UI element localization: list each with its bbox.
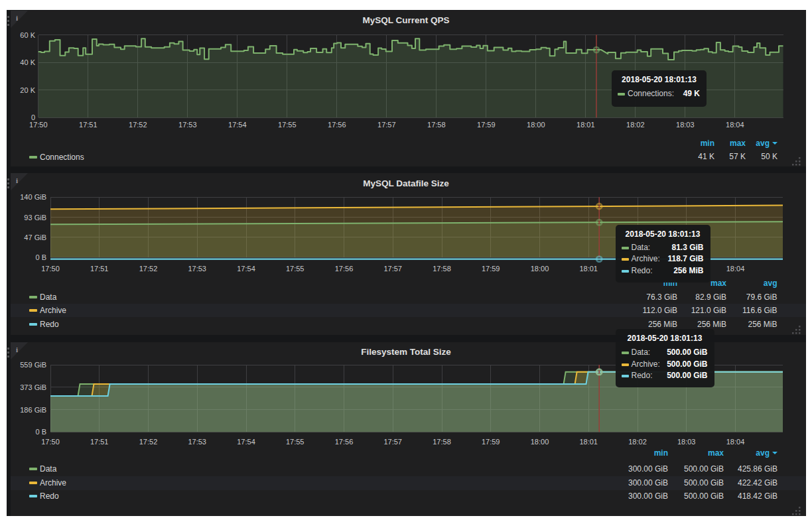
svg-text:i: i [16, 176, 18, 184]
svg-text:i: i [16, 14, 18, 22]
svg-text:i: i [16, 346, 18, 354]
